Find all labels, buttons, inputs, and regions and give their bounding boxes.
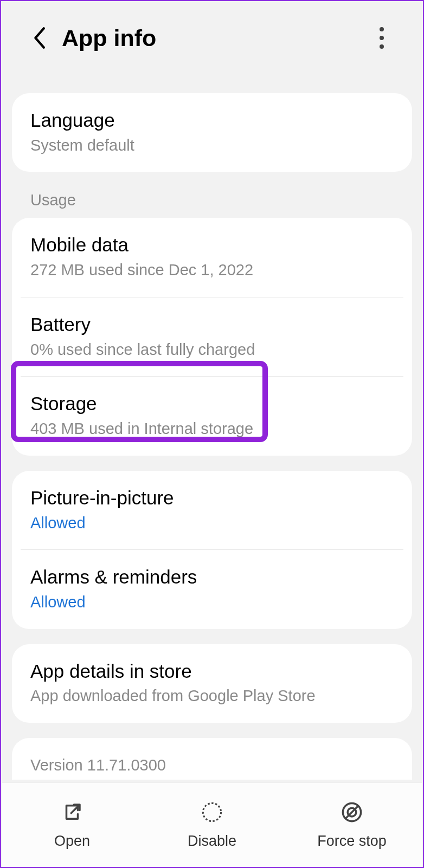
header-bar: App info — [1, 1, 423, 70]
disable-button[interactable]: Disable — [143, 799, 281, 850]
alarms-status: Allowed — [30, 592, 394, 613]
bottom-action-bar: Open Disable Force stop — [2, 782, 422, 867]
language-title: Language — [30, 108, 394, 132]
pip-status: Allowed — [30, 513, 394, 534]
open-icon — [59, 799, 85, 825]
battery-value: 0% used since last fully charged — [30, 340, 394, 360]
battery-title: Battery — [30, 313, 394, 336]
pip-title: Picture-in-picture — [30, 486, 394, 510]
storage-title: Storage — [30, 392, 394, 416]
open-label: Open — [54, 833, 90, 850]
mobile-data-value: 272 MB used since Dec 1, 2022 — [30, 260, 394, 281]
storage-row[interactable]: Storage 403 MB used in Internal storage — [12, 377, 412, 455]
open-button[interactable]: Open — [3, 799, 141, 850]
version-card: Version 11.71.0300 — [12, 738, 412, 780]
disable-label: Disable — [188, 833, 236, 850]
language-value: System default — [30, 135, 394, 156]
mobile-data-row[interactable]: Mobile data 272 MB used since Dec 1, 202… — [12, 218, 412, 296]
battery-row[interactable]: Battery 0% used since last fully charged — [12, 297, 412, 376]
force-stop-label: Force stop — [317, 833, 387, 850]
version-text: Version 11.71.0300 — [30, 756, 394, 774]
permissions-card: Picture-in-picture Allowed Alarms & remi… — [12, 471, 412, 629]
language-row[interactable]: Language System default — [12, 93, 412, 172]
more-options-button[interactable] — [371, 25, 393, 51]
svg-point-0 — [203, 803, 221, 821]
app-details-card: App details in store App downloaded from… — [12, 644, 412, 723]
more-vertical-icon — [380, 27, 384, 31]
chevron-left-icon — [31, 26, 47, 50]
back-button[interactable] — [26, 25, 52, 51]
language-card: Language System default — [12, 93, 412, 172]
usage-card: Mobile data 272 MB used since Dec 1, 202… — [12, 218, 412, 455]
page-title: App info — [62, 25, 156, 51]
alarms-row[interactable]: Alarms & reminders Allowed — [12, 550, 412, 629]
storage-value: 403 MB used in Internal storage — [30, 419, 394, 439]
usage-section-label: Usage — [12, 187, 412, 218]
mobile-data-title: Mobile data — [30, 233, 394, 257]
app-details-sub: App downloaded from Google Play Store — [30, 686, 394, 707]
alarms-title: Alarms & reminders — [30, 565, 394, 589]
force-stop-button[interactable]: Force stop — [282, 799, 421, 850]
force-stop-icon — [339, 799, 365, 825]
app-details-title: App details in store — [30, 659, 394, 683]
app-details-row[interactable]: App details in store App downloaded from… — [12, 644, 412, 723]
disable-icon — [199, 799, 225, 825]
pip-row[interactable]: Picture-in-picture Allowed — [12, 471, 412, 549]
